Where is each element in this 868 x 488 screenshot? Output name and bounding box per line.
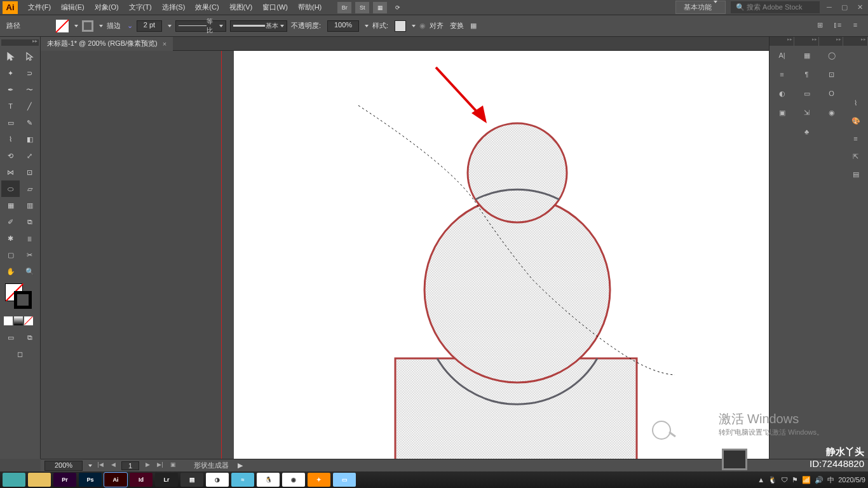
menu-edit[interactable]: 编辑(E) [56,3,90,12]
first-artboard-btn[interactable]: |◀ [96,461,105,470]
mesh-tool[interactable]: ▦ [1,197,20,214]
color-mode-btn[interactable] [4,316,13,325]
document-tab[interactable]: 未标题-1* @ 200% (RGB/像素预览) × [41,37,173,51]
stroke-link-icon[interactable]: ⌄ [127,22,133,30]
tab-close-icon[interactable]: × [163,40,166,48]
menu-window[interactable]: 窗口(W) [257,3,293,12]
magic-wand-tool[interactable]: ✦ [1,65,20,81]
rectangle-tool[interactable]: ▭ [1,114,20,131]
taskbar-app-7[interactable]: ▤ [180,473,203,487]
swatches-icon[interactable]: 🎨 [843,112,868,130]
width-tool[interactable]: ⋈ [1,164,20,180]
fill-stroke-box[interactable] [4,283,36,311]
pathfinder-icon[interactable]: ▣ [770,103,794,122]
appearance-icon[interactable]: ◐ [770,84,794,103]
screen-mode-normal[interactable]: ▭ [1,329,20,346]
tray-date[interactable]: 2020/5/9 [838,476,865,484]
none-mode-btn[interactable] [24,316,33,325]
zoom-dd-arrow[interactable] [88,464,92,467]
taskbar-app-3[interactable]: Ps [79,473,102,487]
taskbar-app-4[interactable]: Ai [104,473,127,487]
align-label[interactable]: 对齐 [430,21,444,30]
cc-lib-icon[interactable]: ◯ [819,46,844,65]
symbol-sprayer-tool[interactable]: ✱ [1,230,20,247]
asset-export-icon[interactable]: ⇲ [794,103,819,122]
stroke-panel-icon[interactable]: ≡ [843,130,868,147]
arrange-icon[interactable]: ▦ [373,2,387,13]
rotate-tool[interactable]: ⟲ [1,147,20,164]
symbols-icon[interactable]: ♣ [794,122,819,141]
fill-swatch[interactable] [56,20,69,32]
blend-tool[interactable]: ⧉ [20,214,39,230]
small-circle[interactable] [468,123,567,222]
tray-shield-icon[interactable]: 🛡 [781,476,788,484]
menu-effect[interactable]: 效果(C) [190,3,224,12]
tray-qq-icon[interactable]: 🐧 [768,476,777,484]
direct-selection-tool[interactable] [20,48,39,65]
para-panel-icon[interactable]: ¶ [794,65,819,84]
opacity-input[interactable]: 100% [327,20,359,32]
taskbar-app-10[interactable]: 🐧 [257,473,280,487]
stroke-wt-dd[interactable] [168,25,172,27]
taskbar-app-2[interactable]: Pr [53,473,76,487]
tray-net-icon[interactable]: 📶 [802,476,811,484]
menu-object[interactable]: 对象(O) [90,3,124,12]
menu-help[interactable]: 帮助(H) [293,3,327,12]
status-arrow-icon[interactable]: ▶ [238,461,243,470]
transform-label[interactable]: 变换 [450,21,464,30]
zoom-tool[interactable]: 🔍 [20,263,39,280]
stroke-weight-input[interactable]: 2 pt [137,20,162,32]
brush-def-dd[interactable]: 基本 [230,20,287,32]
stroke-indicator[interactable] [14,291,32,309]
last-artboard-btn[interactable]: ▶| [156,461,165,470]
char-panel-icon[interactable]: A| [770,46,794,65]
taskbar-app-11[interactable]: ◉ [282,473,305,487]
taskbar-app-5[interactable]: Id [130,473,153,487]
taskbar-app-1[interactable] [28,473,51,487]
graphic-style-swatch[interactable] [395,20,406,32]
isolate-icon[interactable]: ⊞ [813,21,826,31]
eyedropper-tool[interactable]: ✐ [1,214,20,230]
free-transform-tool[interactable]: ⊡ [20,164,39,180]
color-icon[interactable]: ▤ [843,165,868,183]
type-tool[interactable]: T [1,98,20,114]
taskbar-app-8[interactable]: ◑ [206,473,229,487]
tools-collapse[interactable] [1,39,39,46]
tray-flag-icon[interactable]: ⚑ [792,476,798,484]
link-icon[interactable]: ⇱ [843,147,868,165]
gradient-tool[interactable]: ▥ [20,197,39,214]
hand-tool[interactable]: ✋ [1,263,20,280]
lasso-tool[interactable]: ⊃ [20,65,39,81]
slice-tool[interactable]: ✂ [20,247,39,263]
menu-file[interactable]: 文件(F) [23,3,56,12]
maximize-button[interactable]: ▢ [839,3,850,12]
gpu-icon[interactable]: ⟳ [391,2,405,13]
pen-tool[interactable]: ✒ [1,81,20,98]
artboard-nav-btn[interactable]: ▣ [168,461,177,470]
stroke-dropdown[interactable] [99,25,103,27]
curvature-tool[interactable]: 〜 [20,81,39,98]
draw-mode[interactable]: ◻ [1,346,39,362]
line-tool[interactable]: ╱ [20,98,39,114]
menu-type[interactable]: 文字(T) [124,3,157,12]
zoom-dropdown[interactable]: 200% [44,461,83,471]
prev-artboard-btn[interactable]: ◀ [109,461,118,470]
close-button[interactable]: ✕ [854,3,865,12]
minimize-button[interactable]: ─ [824,3,835,12]
selection-tool[interactable] [1,48,20,65]
gradient-mode-btn[interactable] [14,316,23,325]
properties-icon[interactable]: ≡ [770,65,794,84]
screen-mode-toggle[interactable]: ⧉ [20,329,39,346]
style-dd[interactable] [412,25,416,27]
taskbar-app-9[interactable]: ≈ [231,473,254,487]
fill-dropdown[interactable] [74,25,78,27]
shaper-tool[interactable]: ⌇ [1,131,20,147]
edit-icon[interactable]: ⫿≡ [831,21,844,31]
stock-icon[interactable]: St [355,2,369,13]
stroke-swatch[interactable] [82,20,93,32]
align-panel-icon[interactable]: ▦ [794,46,819,65]
paintbrush-tool[interactable]: ✎ [20,114,39,131]
tray-up-icon[interactable]: ▲ [757,476,764,484]
scale-tool[interactable]: ⤢ [20,147,39,164]
next-artboard-btn[interactable]: ▶ [143,461,152,470]
